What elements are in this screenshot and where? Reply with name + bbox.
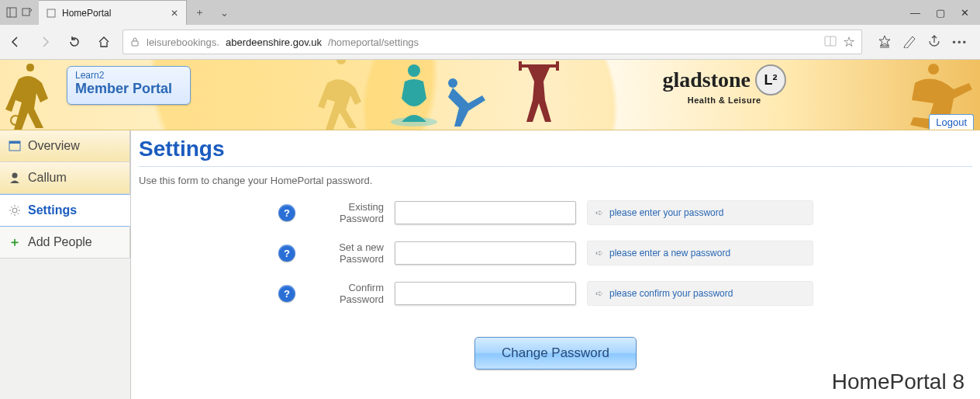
svg-line-28 — [11, 213, 12, 215]
label-new: Set a new Password — [306, 241, 384, 265]
svg-rect-16 — [556, 61, 559, 71]
hint-new: ➪ please enter a new password — [587, 241, 813, 265]
brand-name: gladstone — [662, 68, 751, 92]
share-icon[interactable] — [927, 34, 941, 50]
submit-row: Change Password — [139, 337, 972, 370]
plus-icon: ＋ — [8, 234, 22, 251]
browser-chrome: HomePortal ✕ ＋ ⌄ ― ▢ ✕ leisurebookings.a… — [0, 0, 980, 60]
svg-rect-3 — [47, 9, 55, 17]
silhouette-yoga-icon — [388, 60, 442, 130]
content-area: Settings Use this form to change your Ho… — [131, 130, 980, 399]
site-banner: Learn2 Member Portal gladstone L² Health… — [0, 60, 980, 130]
logout-link[interactable]: Logout — [929, 114, 974, 130]
new-password-input[interactable] — [395, 241, 576, 265]
sidebar-icon — [6, 7, 17, 18]
back-button[interactable] — [5, 31, 26, 53]
maximize-button[interactable]: ▢ — [936, 7, 945, 19]
tab-title: HomePortal — [62, 8, 111, 19]
window-controls: ― ▢ ✕ — [899, 0, 980, 25]
minimize-button[interactable]: ― — [910, 7, 920, 19]
svg-point-11 — [408, 64, 420, 77]
svg-rect-4 — [132, 41, 138, 46]
brand-mark: L² — [755, 64, 786, 95]
set-aside-icon — [22, 7, 33, 18]
svg-rect-0 — [7, 8, 16, 17]
close-tab-icon[interactable]: ✕ — [171, 8, 178, 19]
svg-rect-14 — [520, 64, 557, 68]
notes-icon[interactable] — [902, 34, 916, 50]
help-icon[interactable]: ? — [278, 245, 295, 262]
favorite-star-icon[interactable]: ☆ — [843, 33, 855, 50]
address-bar[interactable]: leisurebookings.aberdeenshire.gov.uk/hom… — [122, 29, 862, 54]
product-stamp: HomePortal 8 — [832, 370, 964, 394]
existing-password-input[interactable] — [395, 201, 576, 224]
sidebar-item-settings[interactable]: Settings — [0, 194, 130, 227]
portal-badge-line2: Member Portal — [75, 81, 182, 96]
tab-actions-icon[interactable]: ⌄ — [212, 0, 236, 25]
svg-line-27 — [18, 213, 19, 215]
label-confirm: Confirm Password — [306, 282, 384, 305]
browser-tab[interactable]: HomePortal ✕ — [39, 0, 187, 25]
sidebar: Overview Callum Settings ＋ Add People — [0, 130, 131, 399]
reading-view-icon[interactable] — [824, 36, 837, 49]
new-tab-button[interactable]: ＋ — [187, 0, 212, 25]
svg-point-21 — [12, 208, 17, 213]
sidebar-label: Callum — [28, 171, 67, 185]
change-password-button[interactable]: Change Password — [474, 337, 637, 370]
brand-subtitle: Health & Leisure — [662, 95, 786, 105]
sidebar-item-add-people[interactable]: ＋ Add People — [0, 227, 130, 258]
main-layout: Overview Callum Settings ＋ Add People Se… — [0, 130, 980, 399]
label-existing: Existing Password — [306, 201, 384, 224]
help-icon[interactable]: ? — [278, 285, 295, 302]
sidebar-label: Add People — [28, 235, 92, 249]
svg-rect-19 — [9, 141, 20, 144]
refresh-button[interactable] — [64, 31, 85, 53]
svg-line-26 — [11, 206, 12, 208]
sidebar-item-user[interactable]: Callum — [0, 162, 130, 194]
page-icon — [47, 9, 56, 18]
portal-badge-line1: Learn2 — [75, 70, 182, 81]
home-button[interactable] — [93, 31, 115, 53]
silhouette-football-icon — [3, 60, 57, 130]
forward-button[interactable] — [34, 31, 56, 53]
silhouette-stretch-icon — [442, 75, 488, 130]
svg-point-20 — [12, 173, 18, 179]
arrow-icon: ➪ — [595, 248, 603, 258]
url-path: /homeportal/settings — [328, 36, 419, 48]
confirm-password-input[interactable] — [395, 282, 576, 305]
more-icon[interactable]: ••• — [952, 36, 968, 48]
sidebar-label: Settings — [28, 203, 77, 217]
svg-rect-15 — [519, 61, 522, 71]
svg-line-29 — [18, 206, 19, 208]
close-window-button[interactable]: ✕ — [961, 7, 969, 19]
portal-badge: Learn2 Member Portal — [67, 66, 191, 105]
hint-confirm: ➪ please confirm your password — [587, 281, 813, 306]
row-confirm-password: ? Confirm Password ➪ please confirm your… — [139, 281, 972, 306]
page-title: Settings — [139, 137, 972, 161]
svg-rect-2 — [22, 9, 29, 16]
silhouette-runner-icon — [310, 60, 372, 130]
intro-text: Use this form to change your HomePortal … — [139, 175, 972, 186]
edge-hub-icons — [0, 0, 39, 25]
favorites-icon[interactable] — [878, 34, 892, 50]
tab-bar: HomePortal ✕ ＋ ⌄ ― ▢ ✕ — [0, 0, 980, 25]
svg-point-17 — [928, 64, 939, 75]
row-new-password: ? Set a new Password ➪ please enter a ne… — [139, 241, 972, 265]
brand-logo: gladstone L² Health & Leisure — [662, 64, 786, 105]
help-icon[interactable]: ? — [278, 204, 295, 221]
toolbar-icons: ••• — [870, 34, 975, 50]
lock-icon — [129, 36, 140, 47]
row-existing-password: ? Existing Password ➪ please enter your … — [139, 200, 972, 225]
overview-icon — [8, 141, 22, 151]
sidebar-label: Overview — [28, 139, 80, 153]
nav-bar: leisurebookings.aberdeenshire.gov.uk/hom… — [0, 25, 980, 60]
arrow-icon: ➪ — [595, 288, 603, 299]
url-prefix: leisurebookings. — [147, 36, 219, 48]
person-icon — [8, 172, 22, 184]
sidebar-item-overview[interactable]: Overview — [0, 130, 130, 162]
hint-existing: ➪ please enter your password — [587, 200, 813, 225]
title-divider — [139, 166, 972, 167]
arrow-icon: ➪ — [595, 207, 603, 218]
gear-icon — [8, 204, 22, 217]
svg-point-12 — [448, 78, 457, 88]
